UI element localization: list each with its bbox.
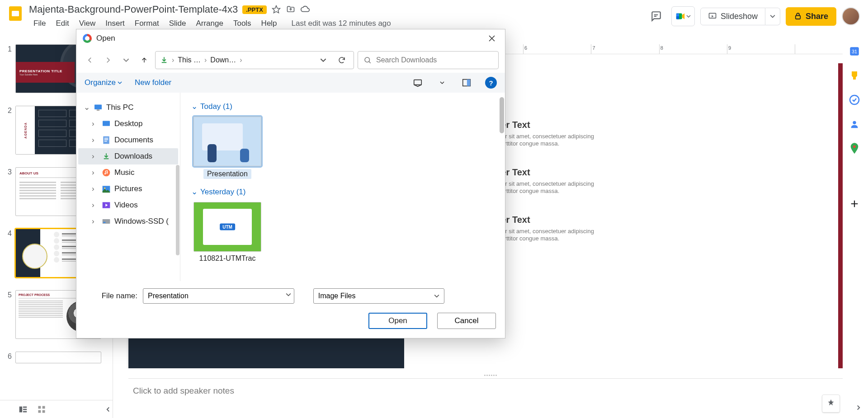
file-name-field[interactable]	[148, 289, 279, 303]
svg-rect-5	[676, 16, 679, 19]
chevron-right-icon[interactable]: ›	[92, 201, 98, 210]
menu-slide[interactable]: Slide	[165, 17, 191, 30]
file-list: ⌄ Today (1) Presentation ⌄ Yesterday (1)	[180, 93, 505, 281]
files-scrollbar[interactable]	[500, 97, 504, 133]
tasks-icon[interactable]	[849, 94, 860, 106]
share-button[interactable]: Share	[786, 7, 836, 26]
slideshow-dropdown-icon[interactable]	[765, 8, 780, 25]
new-folder-button[interactable]: New folder	[135, 78, 171, 87]
crumb-downloads[interactable]: Down…	[210, 56, 236, 64]
menu-edit[interactable]: Edit	[51, 17, 73, 30]
chevron-down-icon[interactable]: ⌄	[84, 103, 90, 112]
collapse-filmstrip-icon[interactable]	[104, 405, 112, 413]
view-dropdown-icon[interactable]	[436, 77, 448, 89]
chevron-right-icon[interactable]: ›	[92, 136, 98, 145]
calendar-icon[interactable]: 31	[849, 45, 860, 57]
menu-tools[interactable]: Tools	[229, 17, 256, 30]
explore-button[interactable]	[822, 395, 840, 413]
speaker-notes[interactable]: Click to add speaker notes	[128, 378, 843, 410]
filename-dropdown-icon[interactable]	[286, 292, 291, 297]
chevron-right-icon[interactable]: ›	[92, 152, 98, 161]
tree-music[interactable]: › Music	[78, 164, 178, 181]
svg-rect-1	[12, 11, 19, 16]
tree-desktop[interactable]: › Desktop	[78, 116, 178, 132]
keep-icon[interactable]	[849, 70, 860, 81]
cancel-button[interactable]: Cancel	[437, 313, 496, 329]
nav-back-icon[interactable]	[83, 53, 97, 67]
group-today[interactable]: ⌄ Today (1)	[191, 102, 494, 111]
file-item-utm[interactable]: UTM 110821-UTMTrac	[191, 202, 264, 263]
slide-thumb-6[interactable]	[15, 352, 101, 363]
cloud-status-icon[interactable]	[300, 5, 310, 14]
grid-view-icon[interactable]	[37, 405, 46, 414]
svg-rect-16	[19, 406, 22, 412]
search-field[interactable]	[376, 56, 493, 64]
svg-point-37	[106, 172, 108, 174]
chevron-right-icon[interactable]: ›	[92, 168, 98, 177]
nav-up-icon[interactable]	[137, 53, 151, 67]
search-input[interactable]	[358, 51, 499, 69]
tree-documents[interactable]: › Documents	[78, 132, 178, 148]
tree-windows-ssd[interactable]: › Windows-SSD (	[78, 213, 178, 230]
maps-icon[interactable]	[849, 143, 860, 155]
pictures-icon	[102, 184, 111, 193]
star-icon[interactable]	[271, 5, 281, 14]
menu-view[interactable]: View	[75, 17, 100, 30]
add-addon-icon[interactable]	[849, 198, 860, 210]
expand-side-panel-icon[interactable]	[854, 404, 863, 412]
preview-pane-icon[interactable]	[461, 77, 472, 89]
crumb-dropdown-icon[interactable]	[320, 57, 331, 63]
tree-scrollbar[interactable]	[176, 165, 179, 255]
svg-point-15	[853, 146, 856, 148]
nav-forward-icon[interactable]	[101, 53, 115, 67]
organize-button[interactable]: Organize	[85, 78, 122, 87]
filmstrip-view-icon[interactable]	[18, 404, 28, 414]
pptx-badge[interactable]: .PPTX	[242, 5, 267, 14]
file-name-label: File name:	[85, 291, 137, 301]
document-title[interactable]: Majenta-Background-PowerPoint-Template-4…	[29, 4, 238, 15]
menu-insert[interactable]: Insert	[101, 17, 129, 30]
crumb-this-pc[interactable]: This …	[178, 56, 201, 64]
file-type-select[interactable]: Image Files	[313, 288, 444, 304]
slides-logo[interactable]	[5, 4, 25, 23]
menu-arrange[interactable]: Arrange	[191, 17, 227, 30]
file-item-presentation[interactable]: Presentation	[191, 117, 264, 179]
last-edit-text[interactable]: Last edit was 12 minutes ago	[287, 17, 396, 30]
svg-rect-32	[104, 138, 108, 139]
tree-this-pc[interactable]: ⌄ This PC	[78, 99, 178, 116]
menu-file[interactable]: File	[29, 17, 50, 30]
open-file-dialog: Open › This … › Down… › Organize New fol…	[76, 29, 505, 338]
menu-help[interactable]: Help	[257, 17, 282, 30]
folder-tree: ⌄ This PC › Desktop › Documents › Downlo…	[76, 93, 180, 281]
tree-videos[interactable]: › Videos	[78, 197, 178, 213]
tree-downloads[interactable]: › Downloads	[78, 148, 178, 164]
svg-rect-27	[467, 80, 470, 86]
svg-point-39	[104, 188, 105, 189]
chevron-right-icon[interactable]: ›	[92, 119, 98, 128]
group-yesterday[interactable]: ⌄ Yesterday (1)	[191, 187, 494, 197]
close-icon[interactable]	[485, 32, 499, 45]
svg-rect-21	[42, 406, 45, 409]
chevron-right-icon[interactable]: ›	[92, 184, 98, 193]
slideshow-button[interactable]: Slideshow	[700, 8, 765, 25]
file-name-input[interactable]	[143, 288, 294, 304]
breadcrumb[interactable]: › This … › Down… ›	[155, 51, 354, 69]
tree-pictures[interactable]: › Pictures	[78, 181, 178, 197]
refresh-icon[interactable]	[335, 56, 349, 64]
svg-point-35	[103, 169, 110, 177]
account-avatar[interactable]	[842, 7, 860, 25]
contacts-icon[interactable]	[849, 118, 860, 130]
file-name-label: Presentation	[203, 169, 251, 179]
open-button[interactable]: Open	[368, 313, 427, 329]
svg-rect-34	[104, 141, 107, 142]
move-icon[interactable]	[286, 5, 296, 14]
chevron-right-icon[interactable]: ›	[92, 217, 98, 226]
menu-format[interactable]: Format	[130, 17, 164, 30]
help-icon[interactable]: ?	[485, 77, 497, 89]
meet-button[interactable]	[671, 6, 695, 26]
nav-recent-icon[interactable]	[119, 53, 133, 67]
chevron-right-icon: ›	[240, 56, 242, 64]
pane-drag-handle[interactable]	[481, 375, 500, 377]
comments-icon[interactable]	[646, 6, 666, 26]
view-mode-icon[interactable]	[412, 77, 424, 89]
